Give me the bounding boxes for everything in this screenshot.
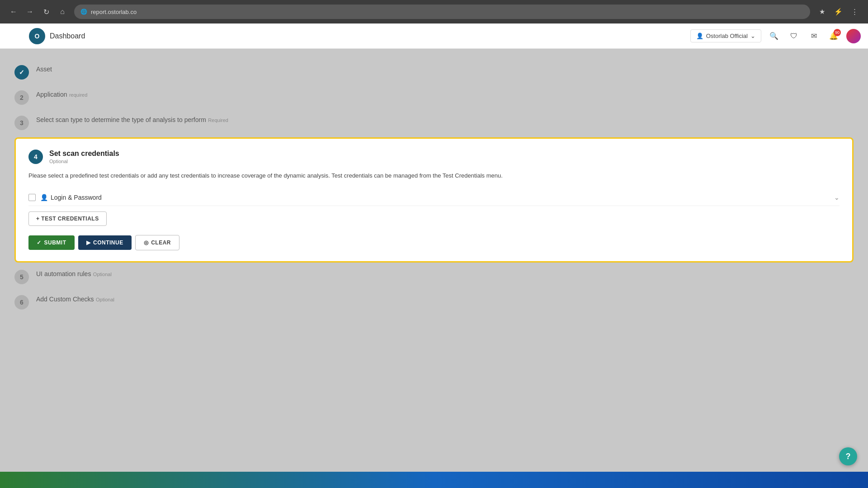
step-1-asset: ✓ Asset <box>14 60 854 85</box>
logo-area: O Dashboard <box>29 28 85 44</box>
step-5-sublabel: Optional <box>93 272 112 277</box>
bookmark-button[interactable]: ★ <box>816 5 828 18</box>
credential-checkbox[interactable] <box>28 194 36 201</box>
section-description: Please select a predefined test credenti… <box>28 171 840 180</box>
browser-chrome: ← → ↻ ⌂ 🌐 report.ostorlab.co ★ ⚡ ⋮ <box>0 0 868 23</box>
message-button[interactable]: ✉ <box>807 29 821 43</box>
step-2-label: Application <box>36 91 67 98</box>
org-name: Ostorlab Official <box>706 33 748 39</box>
app-title: Dashboard <box>50 32 85 40</box>
step-6-sublabel: Optional <box>96 297 114 302</box>
section-optional-label: Optional <box>49 159 119 164</box>
step-3-sublabel: Required <box>208 117 228 123</box>
step-5-number: 5 <box>14 270 29 284</box>
step-3-number: 3 <box>14 116 29 130</box>
credential-label: 👤 Login & Password <box>40 194 102 201</box>
step-1-label: Asset <box>36 66 52 73</box>
clear-icon: ◎ <box>144 239 149 246</box>
address-bar[interactable]: 🌐 report.ostorlab.co <box>74 5 810 19</box>
step-4-credentials-card: 4 Set scan credentials Optional Please s… <box>14 137 854 263</box>
step-4-wrapper: 4 Set scan credentials Optional Please s… <box>14 136 854 264</box>
user-icon: 👤 <box>40 194 48 201</box>
step-6-content: Add Custom Checks Optional <box>36 295 854 303</box>
submit-label: SUBMIT <box>44 239 66 246</box>
browser-actions: ★ ⚡ ⋮ <box>816 5 861 18</box>
header-right: 👤 Ostorlab Official ⌄ 🔍 🛡 ✉ 🔔 90 <box>690 29 861 43</box>
reload-button[interactable]: ↻ <box>40 5 52 18</box>
step-5-automation: 5 UI automation rules Optional <box>14 264 854 290</box>
app-header: O Dashboard 👤 Ostorlab Official ⌄ 🔍 🛡 ✉ … <box>0 23 868 49</box>
step-2-number: 2 <box>14 90 29 105</box>
section-title-group: Set scan credentials Optional <box>49 150 119 164</box>
url-text: report.ostorlab.co <box>91 9 137 15</box>
chevron-down-icon: ⌄ <box>750 33 755 39</box>
test-credentials-button[interactable]: + TEST CREDENTIALS <box>28 211 107 226</box>
help-button[interactable]: ? <box>839 447 857 465</box>
menu-toggle-button[interactable] <box>7 29 22 43</box>
shield-button[interactable]: 🛡 <box>787 29 801 43</box>
section-header: 4 Set scan credentials Optional <box>28 150 840 164</box>
step-2-application: 2 Application required <box>14 85 854 110</box>
step-1-number: ✓ <box>14 65 29 80</box>
notification-button[interactable]: 🔔 90 <box>826 29 841 43</box>
browser-navigation: ← → ↻ ⌂ <box>7 5 69 18</box>
main-content: ✓ Asset 2 Application required 3 Select … <box>0 49 868 472</box>
step-6-label: Add Custom Checks <box>36 296 94 303</box>
bottom-bar <box>0 472 868 488</box>
help-label: ? <box>846 452 851 461</box>
clear-button[interactable]: ◎ CLEAR <box>135 235 179 250</box>
back-button[interactable]: ← <box>7 5 20 18</box>
user-avatar[interactable] <box>846 29 861 43</box>
action-buttons: ✓ SUBMIT ▶ CONTINUE ◎ CLEAR <box>28 235 840 250</box>
continue-label: CONTINUE <box>93 239 123 246</box>
org-selector[interactable]: 👤 Ostorlab Official ⌄ <box>690 29 761 42</box>
clear-label: CLEAR <box>151 239 171 246</box>
step-2-content: Application required <box>36 90 854 99</box>
step-6-number: 6 <box>14 295 29 310</box>
step-3-scantype: 3 Select scan type to determine the type… <box>14 110 854 136</box>
continue-button[interactable]: ▶ CONTINUE <box>78 235 132 250</box>
chevron-down-icon: ⌄ <box>834 194 840 201</box>
step-3-label: Select scan type to determine the type o… <box>36 116 206 123</box>
step-5-content: UI automation rules Optional <box>36 270 854 278</box>
more-button[interactable]: ⋮ <box>848 5 861 18</box>
step-4-number: 4 <box>28 150 43 164</box>
credential-row: 👤 Login & Password ⌄ <box>28 189 840 206</box>
notification-badge: 90 <box>834 29 841 36</box>
extensions-button[interactable]: ⚡ <box>832 5 844 18</box>
org-icon: 👤 <box>696 33 703 39</box>
step-5-label: UI automation rules <box>36 270 91 277</box>
logo-icon: O <box>29 28 45 44</box>
check-icon: ✓ <box>37 239 42 246</box>
submit-button[interactable]: ✓ SUBMIT <box>28 235 75 250</box>
test-credentials-label: + TEST CREDENTIALS <box>36 216 99 222</box>
step-2-sublabel: required <box>69 92 87 98</box>
step-1-content: Asset <box>36 65 854 73</box>
search-button[interactable]: 🔍 <box>767 29 781 43</box>
secure-icon: 🌐 <box>80 9 87 15</box>
home-button[interactable]: ⌂ <box>56 5 69 18</box>
step-6-custom: 6 Add Custom Checks Optional <box>14 290 854 315</box>
forward-button[interactable]: → <box>24 5 36 18</box>
section-title: Set scan credentials <box>49 150 119 157</box>
continue-icon: ▶ <box>86 239 91 246</box>
step-3-content: Select scan type to determine the type o… <box>36 116 854 124</box>
steps-container: ✓ Asset 2 Application required 3 Select … <box>14 60 854 315</box>
